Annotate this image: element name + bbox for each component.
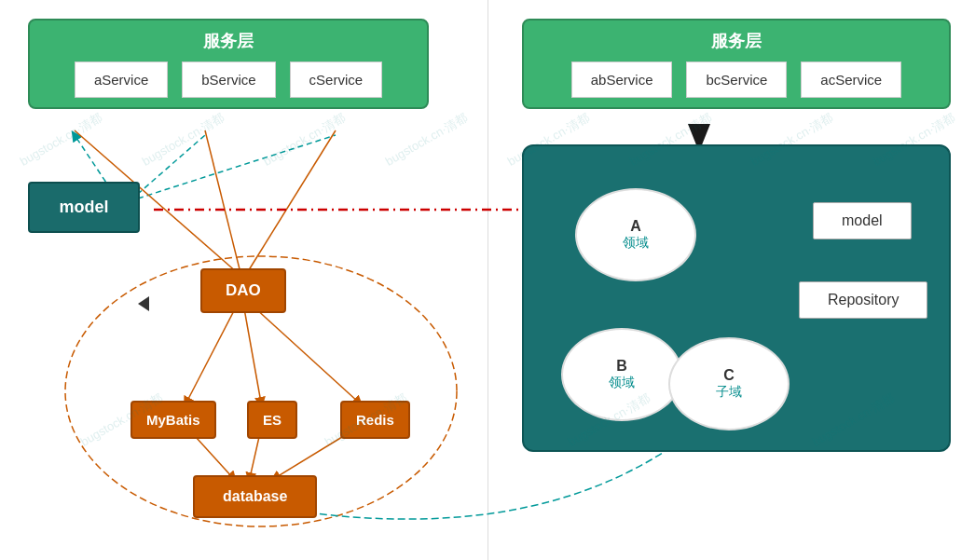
left-model-box: model — [28, 182, 140, 233]
domain-a-ellipse: A 领域 — [575, 188, 696, 281]
es-box: ES — [247, 401, 297, 439]
right-service-boxes: abService bcService acService — [538, 61, 935, 98]
domain-container: A 领域 B 领域 C 子域 model Repository — [522, 144, 951, 452]
mybatis-box: MyBatis — [130, 401, 216, 439]
cursor-icon — [138, 296, 149, 311]
dao-box: DAO — [200, 268, 286, 313]
diagram-container: 服务层 aService bService cService model DAO — [0, 0, 975, 560]
redis-box: Redis — [340, 401, 410, 439]
bservice-box: bService — [182, 61, 275, 98]
domain-b-label: B — [616, 358, 627, 375]
domain-a-label: A — [630, 218, 641, 235]
left-service-layer: 服务层 aService bService cService — [28, 19, 429, 109]
aservice-box: aService — [75, 61, 168, 98]
left-service-boxes: aService bService cService — [44, 61, 413, 98]
domain-a-sublabel: 领域 — [623, 235, 649, 252]
right-service-layer: 服务层 abService bcService acService — [522, 19, 951, 109]
domain-c-label: C — [723, 367, 735, 384]
abservice-box: abService — [571, 61, 673, 98]
database-box: database — [193, 475, 317, 518]
cservice-box: cService — [290, 61, 383, 98]
left-side: 服务层 aService bService cService model DAO — [0, 0, 485, 560]
bcservice-box: bcService — [686, 61, 787, 98]
domain-b-ellipse: B 领域 — [561, 328, 682, 421]
right-side: 服务层 abService bcService acService A 领域 — [503, 0, 975, 560]
domain-b-sublabel: 领域 — [609, 375, 635, 391]
left-service-title: 服务层 — [44, 30, 413, 52]
domain-c-sublabel: 子域 — [716, 384, 742, 401]
divider-line — [488, 0, 488, 560]
repository-box: Repository — [799, 281, 927, 319]
domain-c-ellipse: C 子域 — [668, 337, 790, 430]
right-model-box: model — [813, 202, 912, 239]
acservice-box: acService — [801, 61, 901, 98]
right-service-title: 服务层 — [538, 30, 935, 52]
